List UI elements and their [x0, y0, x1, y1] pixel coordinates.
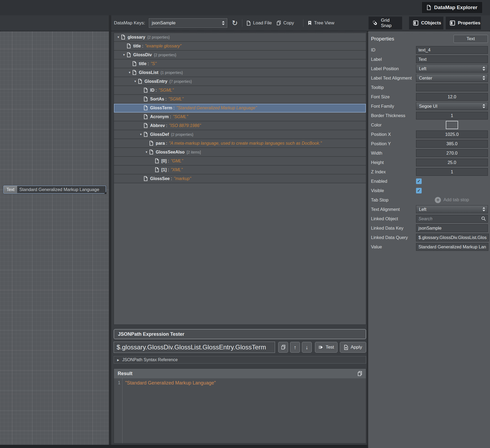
- top-bar: DataMap Explorer: [0, 0, 490, 15]
- refresh-icon[interactable]: ↻: [232, 20, 238, 27]
- tree-row[interactable]: ▼title : "example glossary": [114, 42, 366, 51]
- property-field: Left: [416, 205, 488, 214]
- tree-row[interactable]: ▼title : "S": [114, 59, 366, 68]
- tree-view-label: Tree View: [314, 20, 335, 26]
- property-number-input[interactable]: 12.0: [416, 93, 488, 101]
- property-text-input[interactable]: $.glossary.GlossDiv.GlossList.Glos: [416, 234, 489, 241]
- widget-type-badge[interactable]: Text: [454, 35, 488, 43]
- copy-label: Copy: [283, 20, 294, 26]
- property-dropdown[interactable]: Left: [416, 205, 488, 213]
- doc-icon: [144, 88, 148, 93]
- property-number-input[interactable]: 1025.0: [416, 130, 488, 138]
- tree-row[interactable]: ▼ID : "SGML": [114, 86, 366, 95]
- copy-button[interactable]: Copy: [277, 20, 294, 26]
- magnet-icon: [373, 20, 378, 26]
- property-number-input[interactable]: 385.0: [416, 140, 488, 148]
- jsonpath-expression-input[interactable]: $.glossary.GlossDiv.GlossList.GlossEntry…: [114, 342, 275, 353]
- tree-count: {7 properties}: [169, 79, 192, 84]
- property-checkbox[interactable]: ✓: [416, 178, 422, 184]
- properties-title: Properties: [371, 36, 394, 42]
- property-field: 1025.0: [416, 130, 488, 139]
- property-number-input[interactable]: 1: [416, 168, 488, 176]
- properties-button[interactable]: Properties: [446, 16, 481, 30]
- grid-snap-button[interactable]: Grid Snap: [368, 16, 402, 30]
- property-number-input[interactable]: 270.0: [416, 149, 488, 157]
- property-text-input[interactable]: text_4: [416, 46, 488, 54]
- load-file-button[interactable]: Load File: [247, 20, 272, 26]
- tree-row[interactable]: ▼GlossSee : "markup": [114, 174, 366, 183]
- doc-icon: [127, 43, 131, 48]
- property-label: Tab Stop: [371, 197, 416, 203]
- property-dropdown[interactable]: Segoe UI: [416, 102, 488, 110]
- datamap-panel: ▼glossary{2 properties}▼title : "example…: [111, 31, 367, 445]
- tree-row[interactable]: ▼GlossDef{2 properties}: [114, 130, 366, 139]
- chevron-down-icon[interactable]: ▼: [116, 36, 121, 39]
- tree-key: Acronym: [150, 114, 169, 119]
- tree-row[interactable]: ▼GlossTerm : "Standard Generalized Marku…: [114, 104, 366, 113]
- property-number-input[interactable]: 25.0: [416, 159, 488, 166]
- properties-header: Properties Text: [371, 31, 488, 45]
- property-dropdown[interactable]: Left: [416, 65, 488, 73]
- property-search-input[interactable]: Search: [416, 215, 488, 223]
- property-checkbox[interactable]: ✓: [416, 188, 422, 193]
- toolbar-separator: [242, 19, 242, 27]
- tree-row[interactable]: ▼Abbrev : "ISO 8879:1986": [114, 121, 366, 130]
- tree-key: glossary: [128, 35, 145, 40]
- tree-count: [2 items]: [187, 150, 201, 154]
- property-number-input[interactable]: 1: [416, 112, 488, 120]
- property-row: Position X1025.0: [371, 130, 488, 139]
- design-canvas[interactable]: Text Standard Generalized Markup Languag…: [0, 31, 109, 445]
- document-icon: [427, 5, 431, 10]
- tree-count: {1 properties}: [161, 70, 183, 75]
- doc-icon: [155, 158, 159, 163]
- property-text-input[interactable]: Text: [416, 55, 488, 63]
- syntax-reference-expander[interactable]: ▶ JSONPath Syntax Reference: [114, 356, 366, 364]
- property-text-value: Standard Generalized Markup Lan: [418, 244, 486, 249]
- tree-row[interactable]: ▼GlossSeeAlso[2 items]: [114, 148, 366, 157]
- tree-row[interactable]: ▼[1] : "XML": [114, 166, 366, 174]
- copy-expression-button[interactable]: [278, 342, 288, 353]
- property-label: Color: [371, 122, 416, 128]
- property-text-input[interactable]: jsonSample: [416, 224, 488, 232]
- chevron-down-icon[interactable]: ▼: [144, 151, 149, 154]
- tree-row[interactable]: ▼glossary{2 properties}: [114, 33, 366, 42]
- tree-row[interactable]: ▼[0] : "GML": [114, 157, 366, 166]
- canvas-splitter[interactable]: [109, 15, 111, 448]
- apply-button[interactable]: Apply: [340, 342, 366, 353]
- chevron-down-icon[interactable]: ▼: [138, 133, 144, 136]
- add-tab-stop-label: Add tab stop: [443, 197, 469, 203]
- property-dropdown[interactable]: Center: [416, 74, 488, 82]
- property-label: Font Family: [371, 104, 416, 109]
- property-label: Text Alignment: [371, 207, 416, 212]
- color-swatch[interactable]: [446, 121, 458, 129]
- tree-row[interactable]: ▼GlossList{1 properties}: [114, 68, 366, 77]
- document-icon: [247, 21, 251, 26]
- cobjects-button[interactable]: CObjects: [409, 16, 444, 30]
- copy-result-button[interactable]: [358, 371, 362, 376]
- add-tab-stop-button[interactable]: +Add tab stop: [435, 197, 469, 203]
- move-up-button[interactable]: ↑: [290, 342, 300, 353]
- property-label: Tooltip: [371, 85, 416, 90]
- tree-row[interactable]: ▼GlossEntry{7 properties}: [114, 77, 366, 86]
- chevron-down-icon[interactable]: ▼: [121, 53, 127, 56]
- text-widget[interactable]: Text Standard Generalized Markup Languag…: [3, 185, 106, 194]
- property-text-input[interactable]: [416, 84, 488, 91]
- doc-icon: [149, 141, 153, 146]
- tree-row[interactable]: ▼Acronym : "SGML": [114, 113, 366, 121]
- move-down-button[interactable]: ↓: [302, 342, 312, 353]
- app-title-button[interactable]: DataMap Explorer: [422, 2, 482, 13]
- chevron-down-icon[interactable]: ▼: [127, 71, 132, 74]
- tree-row[interactable]: ▼para : "A meta-markup language, used to…: [114, 139, 366, 148]
- tree-key: GlossSee: [150, 176, 170, 181]
- test-button[interactable]: Test: [315, 342, 337, 353]
- text-widget-value[interactable]: Standard Generalized Markup Language: [17, 186, 106, 193]
- tree-row[interactable]: ▼SortAs : "SGML": [114, 95, 366, 104]
- property-label: Font Size: [371, 94, 416, 99]
- chevron-down-icon[interactable]: ▼: [132, 80, 138, 83]
- tree-row[interactable]: ▼GlossDiv{2 properties}: [114, 51, 366, 59]
- property-field: Text: [416, 55, 488, 64]
- tree-view-button[interactable]: Tree View: [308, 20, 335, 26]
- property-row: IDtext_4: [371, 45, 488, 54]
- property-text-input[interactable]: Standard Generalized Markup Lan: [416, 243, 488, 251]
- datamap-keys-select[interactable]: jsonSample: [149, 18, 227, 28]
